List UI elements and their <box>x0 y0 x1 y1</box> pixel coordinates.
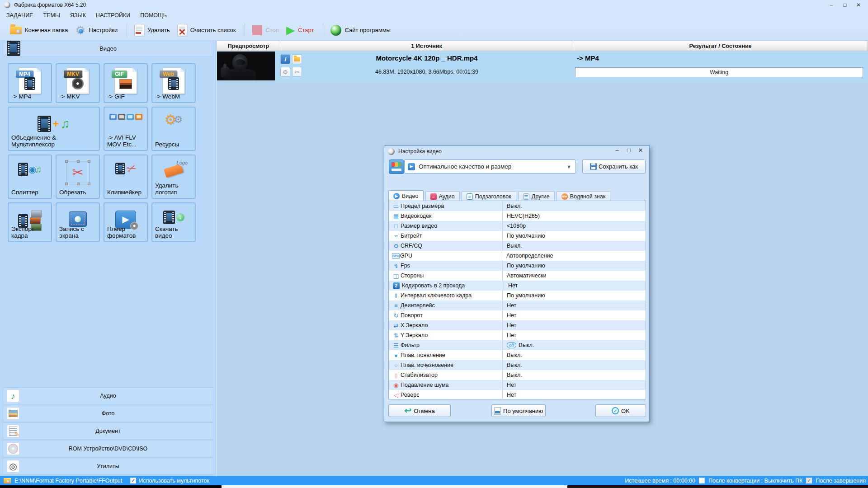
maximize-icon[interactable]: □ <box>838 0 852 10</box>
tab-watermark[interactable]: NEWВодяной знак <box>557 191 610 202</box>
setting-row-x-mirror[interactable]: ⇄X ЗеркалоНет <box>389 320 646 330</box>
setting-row-denoise[interactable]: ◉Подавление шумаНет <box>389 380 646 390</box>
menu-help[interactable]: ПОМОЩЬ <box>140 12 167 19</box>
filter-icon: ☰ <box>392 342 401 349</box>
setting-row-bitrate[interactable]: ≈БитрейтПо умолчанию <box>389 231 646 241</box>
output-path[interactable]: E:\NNM\Format Factory Portable\FFOutput <box>14 478 122 484</box>
menu-themes[interactable]: ТЕМЫ <box>43 12 60 19</box>
default-doc-icon <box>494 407 501 415</box>
after-finish-checkbox[interactable] <box>806 478 812 483</box>
cancel-button[interactable]: ↩ Отмена <box>388 404 451 417</box>
toolbar-separator <box>127 23 127 37</box>
save-as-button[interactable]: Сохранить как <box>582 160 646 174</box>
category-audio[interactable]: ♪ Аудио <box>3 387 213 404</box>
setting-row-video-size[interactable]: □Размер видео<1080p <box>389 221 646 231</box>
dialog-maximize-icon[interactable]: □ <box>623 147 635 154</box>
stop-button: Стоп <box>250 23 283 37</box>
setting-row-codec[interactable]: ▦ВидеокодекHEVC(H265) <box>389 211 646 221</box>
crf-icon: ⚙ <box>392 243 401 249</box>
after-finish-label[interactable]: После завершения <box>816 478 866 484</box>
default-button[interactable]: По умолчанию <box>491 404 546 417</box>
tile-to-webm[interactable]: Web -> WebM <box>151 63 196 103</box>
subtitle-tab-icon: ≡ <box>467 193 473 200</box>
setting-row-stabilizer[interactable]: ▯СтабилизаторВыкл. <box>389 370 646 380</box>
deinterlace-icon: ≡ <box>392 302 401 309</box>
dest-folder-button[interactable]: Конечная папка <box>7 24 72 36</box>
tile-crop[interactable]: ✂ Обрезать <box>56 155 100 199</box>
tile-export-frame[interactable]: Экспорт кадра <box>8 202 52 242</box>
close-icon[interactable]: ✕ <box>852 0 865 10</box>
minimize-icon[interactable]: – <box>825 0 838 10</box>
dialog-titlebar[interactable]: Настройка видео – □ ✕ <box>384 146 649 157</box>
tab-audio[interactable]: ♫Аудио <box>425 191 460 202</box>
column-result-state[interactable]: Результат / Состояние <box>573 41 868 51</box>
video-settings-table: ▭Предел размераВыкл. ▦ВидеокодекHEVC(H26… <box>388 201 646 399</box>
category-photo[interactable]: Фото <box>3 405 213 422</box>
start-icon: ▶ <box>286 24 295 36</box>
target-format: -> MP4 <box>577 54 599 62</box>
settings-button[interactable]: ⚙ Настройки <box>72 23 122 38</box>
tile-clipmaker[interactable]: ✂ Клипмейкер <box>104 155 148 199</box>
category-document[interactable]: Документ <box>3 422 213 440</box>
tile-splitter[interactable]: ◉ ♫ Сплиттер <box>8 155 52 199</box>
setting-row-size-limit[interactable]: ▭Предел размераВыкл. <box>389 201 646 211</box>
tab-video[interactable]: ▶Видео <box>388 190 424 202</box>
setting-row-deinterlace[interactable]: ≡ДеинтерлейсНет <box>389 300 646 310</box>
gif-file-icon: GIF <box>114 68 137 94</box>
tile-to-gif[interactable]: GIF -> GIF <box>104 63 148 103</box>
setting-row-fade-out[interactable]: ○Плав. исчезновениеВыкл. <box>389 360 646 370</box>
tile-to-mp4[interactable]: MP4 -> MP4 <box>8 63 52 103</box>
setting-row-fade-in[interactable]: ●Плав. появлениеВыкл. <box>389 350 646 360</box>
tile-mux-joiner[interactable]: + ♫ Объединение & Мультиплексор <box>8 107 100 151</box>
multithread-label[interactable]: Использовать мультипоток <box>139 478 209 484</box>
menu-language[interactable]: ЯЗЫК <box>70 12 86 19</box>
ok-button[interactable]: ✓ OK <box>595 404 646 417</box>
setting-row-reverse[interactable]: ◁РеверсНет <box>389 390 646 400</box>
file-list-header: Предпросмотр 1 Источник Результат / Сост… <box>217 41 868 51</box>
resources-gears-icon: ⚙ ⚙ <box>165 113 183 127</box>
gear-icon: ⚙ <box>75 24 85 36</box>
file-row[interactable]: i ⚙ ✂ Motorcycle 4K 120p _ HDR.mp4 46.83… <box>217 51 868 81</box>
dialog-close-icon[interactable]: ✕ <box>635 147 646 154</box>
tile-to-avi-flv-mov[interactable]: -> AVI FLV MOV Etc... <box>104 107 148 151</box>
menu-task[interactable]: ЗАДАНИЕ <box>6 12 33 19</box>
tile-remove-logo[interactable]: Logo Удалить логотип <box>151 155 196 199</box>
column-preview[interactable]: Предпросмотр <box>217 41 280 51</box>
start-button[interactable]: ▶ Старт <box>283 23 319 38</box>
menu-settings[interactable]: НАСТРОЙКИ <box>96 12 130 19</box>
tile-download-video[interactable]: ↓ Скачать видео <box>151 202 196 242</box>
tile-to-mkv[interactable]: MKV -> MKV <box>56 63 100 103</box>
setting-row-crf[interactable]: ⚙CRF/CQВыкл. <box>389 241 646 251</box>
tab-subtitle[interactable]: ≡Подзаголовок <box>462 191 516 202</box>
dialog-app-icon <box>388 148 395 155</box>
setting-row-aspect[interactable]: ◫СтороныАвтоматически <box>389 271 646 281</box>
delete-button[interactable]: Удалить <box>132 22 175 38</box>
website-button[interactable]: Сайт программы <box>328 23 395 38</box>
bitrate-icon: ≈ <box>392 233 401 239</box>
setting-row-two-pass[interactable]: 2Кодировать в 2 проходаНет <box>389 281 646 291</box>
shutdown-label[interactable]: После конвертации : Выключить ПК <box>708 478 802 484</box>
audio-icon: ♪ <box>7 389 19 402</box>
floppy-icon <box>590 163 597 170</box>
setting-row-filter[interactable]: ☰ФильтрoffВыкл. <box>389 340 646 350</box>
video-section-header[interactable]: Видео <box>3 40 213 57</box>
setting-row-gpu[interactable]: GPUGPUАвтоопределение <box>389 251 646 261</box>
shutdown-checkbox[interactable] <box>699 478 705 483</box>
clear-list-button[interactable]: ✕ Очистить список <box>175 22 241 38</box>
setting-row-y-mirror[interactable]: ⇅Y ЗеркалоНет <box>389 330 646 340</box>
category-utilities[interactable]: ◎ Утилиты <box>3 458 213 475</box>
tile-format-player[interactable]: Плеер форматов <box>104 202 148 242</box>
rotate-icon: ↻ <box>392 312 401 319</box>
tab-others[interactable]: ☰Другие <box>518 191 555 202</box>
multithread-checkbox[interactable] <box>130 478 136 483</box>
dialog-minimize-icon[interactable]: – <box>611 147 623 154</box>
category-rom-dvd-cd-iso[interactable]: ROM Устройство\DVD\CD\ISO <box>3 440 213 457</box>
setting-row-fps[interactable]: ↯FpsПо умолчанию <box>389 261 646 271</box>
tile-resources[interactable]: ⚙ ⚙ Ресурсы <box>151 107 196 151</box>
setting-row-rotate[interactable]: ↻ПоворотНет <box>389 310 646 320</box>
preset-dropdown[interactable]: Оптимальное качество и размер ▼ <box>404 160 576 174</box>
setting-row-keyframe-interval[interactable]: ‖Интервал ключевого кадраПо умолчанию <box>389 291 646 300</box>
column-source[interactable]: 1 Источник <box>280 41 573 51</box>
tile-screen-record[interactable]: Запись с экрана <box>56 202 100 242</box>
toolbar: Конечная папка ⚙ Настройки Удалить ✕ Очи… <box>0 20 868 40</box>
